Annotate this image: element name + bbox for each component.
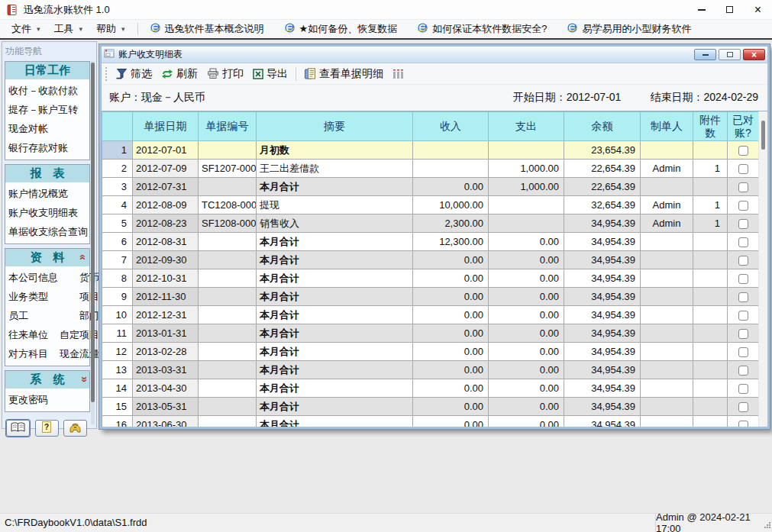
reconciled-checkbox[interactable] — [738, 384, 748, 394]
nav-item[interactable]: 收付－收款付款 — [7, 81, 88, 100]
column-header[interactable]: 收入 — [413, 112, 489, 141]
table-row[interactable]: 142013-04-30本月合计0.000.0034,954.39 — [102, 379, 759, 398]
chevron-up-icon[interactable]: « — [77, 254, 89, 260]
nav-item[interactable]: 单据收支综合查询 — [7, 222, 88, 241]
nav-item[interactable]: 现金对帐 — [7, 119, 88, 138]
doc-minimize-button[interactable] — [694, 49, 716, 60]
doc-close-button[interactable]: × — [743, 49, 765, 60]
table-row[interactable]: 22012-07-09SF1207-0001王二出差借款1,000.0022,6… — [102, 160, 759, 178]
minimize-button[interactable] — [687, 0, 715, 19]
toolbar-columns-button[interactable] — [388, 67, 409, 81]
reconciled-checkbox[interactable] — [738, 311, 748, 321]
table-row[interactable]: 122013-02-28本月合计0.000.0034,954.39 — [102, 343, 759, 361]
cell-expense — [489, 141, 564, 160]
toolbar-refresh-button[interactable]: 刷新 — [157, 66, 202, 82]
book-button[interactable] — [6, 420, 30, 437]
reconciled-checkbox[interactable] — [738, 182, 748, 192]
menu-item-0[interactable]: 文件▾ — [5, 20, 47, 38]
table-row[interactable]: 112013-01-31本月合计0.000.0034,954.39 — [102, 324, 759, 343]
grid-scrollbar-thumb[interactable] — [761, 121, 765, 150]
column-header[interactable]: 单据编号 — [199, 112, 257, 141]
document-titlebar[interactable]: 账户收支明细表 × — [102, 47, 767, 63]
reconciled-checkbox[interactable] — [738, 201, 748, 211]
table-row[interactable]: 62012-08-31本月合计12,300.000.0034,954.39 — [102, 233, 759, 251]
menu-item-1[interactable]: 工具▾ — [47, 20, 90, 38]
nav-item[interactable]: 业务类型 — [7, 287, 58, 306]
reconciled-checkbox[interactable] — [738, 329, 748, 339]
toolbar-view-detail-button[interactable]: 查看单据明细 — [299, 66, 388, 82]
cell-doc-number — [199, 251, 257, 269]
row-index: 9 — [102, 288, 133, 306]
nav-item[interactable]: 员工 — [7, 306, 58, 325]
toolbar-excel-button[interactable]: 导出 — [248, 66, 292, 82]
cell-income — [413, 141, 489, 160]
table-row[interactable]: 152013-05-31本月合计0.000.0034,954.39 — [102, 398, 759, 416]
toolbar-grip[interactable] — [105, 67, 108, 81]
reconciled-checkbox[interactable] — [738, 146, 748, 156]
column-header[interactable]: 已对账? — [728, 112, 759, 141]
filter-icon — [116, 68, 128, 79]
chevron-down-icon[interactable]: « — [77, 376, 89, 382]
nav-item[interactable]: 对方科目 — [7, 344, 58, 363]
column-header[interactable]: 单据日期 — [133, 112, 199, 141]
reconciled-checkbox[interactable] — [738, 274, 748, 284]
reconciled-checkbox[interactable] — [738, 164, 748, 174]
reconciled-checkbox[interactable] — [738, 237, 748, 247]
close-button[interactable]: × — [744, 0, 772, 19]
grid-scrollbar[interactable] — [758, 111, 767, 427]
reconciled-checkbox[interactable] — [738, 402, 748, 412]
table-row[interactable]: 12012-07-01月初数23,654.39 — [102, 141, 759, 160]
table-row[interactable]: 92012-11-30本月合计0.000.0034,954.39 — [102, 288, 759, 306]
table-row[interactable]: 32012-07-31本月合计0.001,000.0022,654.39 — [102, 178, 759, 196]
sidebar-scrollbar-thumb[interactable] — [91, 63, 95, 402]
table-row[interactable]: 82012-10-31本月合计0.000.0034,954.39 — [102, 269, 759, 288]
nav-item-grid: 本公司信息货币业务类型项目员工部门往来单位自定项目对方科目现金流量 — [5, 266, 89, 366]
toolbar-filter-button[interactable]: 筛选 — [111, 66, 157, 82]
cell-balance: 34,954.39 — [564, 416, 641, 427]
table-row[interactable]: 102012-12-31本月合计0.000.0034,954.39 — [102, 306, 759, 324]
nav-section-daily-work: 日常工作收付－收款付款提存－账户互转现金对帐银行存款对账 — [5, 61, 90, 160]
toolbar-print-button[interactable]: 打印 — [202, 66, 248, 82]
phone-button[interactable] — [63, 420, 87, 437]
menu-item-2[interactable]: 帮助▾ — [89, 20, 132, 38]
doc-maximize-button[interactable] — [719, 49, 741, 60]
sidebar-scrollbar[interactable] — [91, 61, 95, 424]
nav-item[interactable]: 账户情况概览 — [7, 184, 88, 203]
help-link-0[interactable]: 迅兔软件基本概念说明 — [144, 21, 270, 37]
reconciled-checkbox[interactable] — [738, 219, 748, 229]
cell-attachments — [693, 398, 728, 416]
nav-item[interactable]: 更改密码 — [7, 390, 88, 409]
maximize-icon — [726, 6, 733, 13]
maximize-button[interactable] — [715, 0, 744, 19]
column-header[interactable]: 余额 — [564, 112, 641, 141]
resize-grip-icon[interactable] — [764, 520, 771, 531]
nav-item[interactable]: 银行存款对账 — [7, 138, 88, 157]
cell-summary: 本月合计 — [257, 343, 413, 361]
nav-item[interactable]: 提存－账户互转 — [7, 100, 88, 119]
cell-income: 10,000.00 — [413, 196, 489, 214]
table-row[interactable]: 52012-08-23SF1208-0001销售收入2,300.0034,954… — [102, 214, 759, 233]
reconciled-checkbox[interactable] — [738, 256, 748, 266]
nav-item[interactable]: 往来单位 — [7, 325, 58, 344]
reconciled-checkbox[interactable] — [738, 421, 748, 427]
nav-item[interactable]: 账户收支明细表 — [7, 203, 88, 222]
reconciled-checkbox[interactable] — [738, 366, 748, 376]
table-row[interactable]: 162013-06-30本月合计0.000.0034,954.39 — [102, 416, 759, 427]
help-button[interactable]: ? — [35, 420, 59, 437]
reconciled-checkbox[interactable] — [738, 292, 748, 302]
reconciled-checkbox[interactable] — [738, 347, 748, 357]
column-header[interactable]: 附件数 — [693, 112, 728, 141]
help-link-2[interactable]: 如何保证本软件数据安全? — [411, 21, 553, 37]
help-link-1[interactable]: ★如何备份、恢复数据 — [278, 21, 404, 37]
nav-item[interactable]: 本公司信息 — [7, 268, 58, 287]
book-icon — [11, 422, 25, 435]
table-row[interactable]: 72012-09-30本月合计0.000.0034,954.39 — [102, 251, 759, 269]
table-row[interactable]: 132013-03-31本月合计0.000.0034,954.39 — [102, 361, 759, 379]
column-header[interactable]: 制单人 — [641, 112, 693, 141]
column-header[interactable]: 摘要 — [257, 112, 413, 141]
help-link-3[interactable]: 易学易用的小型财务软件 — [560, 21, 697, 37]
cell-creator — [641, 233, 693, 251]
table-row[interactable]: 42012-08-09TC1208-0001提现10,000.0032,654.… — [102, 196, 759, 214]
cell-creator — [641, 361, 693, 379]
column-header[interactable]: 支出 — [489, 112, 564, 141]
